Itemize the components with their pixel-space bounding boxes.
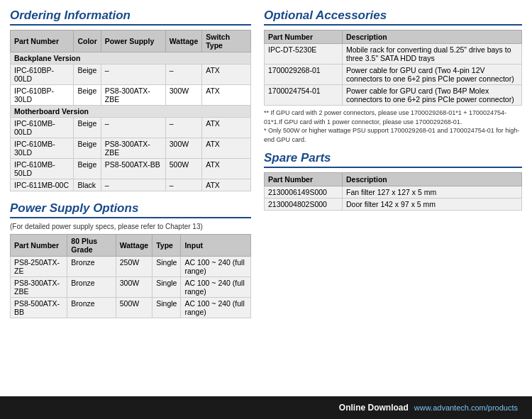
backplane-version-header: Backplane Version [11,52,251,65]
table-row: IPC-610MB-00LD Beige – – ATX [11,118,251,138]
left-column: Ordering Information Part Number Color P… [10,9,251,328]
ordering-col-switch: Switch Type [202,30,251,52]
ps-col-input: Input [181,235,251,257]
ordering-table: Part Number Color Power Supply Wattage S… [10,30,251,191]
table-row: IPC-610BP-30LD Beige PS8-300ATX-ZBE 300W… [11,85,251,106]
table-row: IPC-610BP-00LD Beige – – ATX [11,65,251,85]
ps-col-grade: 80 Plus Grade [67,235,116,257]
opt-col-part: Part Number [265,30,343,44]
ps-col-part: Part Number [11,235,67,257]
table-row: PS8-300ATX-ZBE Bronze 300W Single AC 100… [11,277,251,298]
footer-url: www.advantech.com/products [414,403,518,412]
spare-parts-table: Part Number Description 2130006149S000 F… [264,172,522,211]
ps-col-wattage: Wattage [116,235,152,257]
power-supply-table: Part Number 80 Plus Grade Wattage Type I… [10,234,251,318]
table-row: 2130004802S000 Door filter 142 x 97 x 5 … [265,199,522,211]
table-row: PS8-250ATX-ZE Bronze 250W Single AC 100 … [11,257,251,277]
optional-footnote: ** If GPU card with 2 power connectors, … [264,108,522,144]
ordering-title: Ordering Information [10,9,251,26]
table-row: IPC-DT-5230E Mobile rack for converting … [265,44,522,65]
spare-parts-title: Spare Parts [264,151,522,168]
right-column: Optional Accessories Part Number Descrip… [264,9,522,328]
ordering-col-part: Part Number [11,30,74,52]
opt-col-desc: Description [343,30,522,44]
footer-label: Online Download [339,403,409,413]
sp-col-part: Part Number [265,173,343,186]
power-supply-note: (For detailed power supply specs, please… [10,223,251,230]
motherboard-version-header: Motherboard Version [11,106,251,118]
ordering-col-color: Color [74,30,101,52]
ordering-col-wattage: Wattage [165,30,201,52]
table-row: PS8-500ATX-BB Bronze 500W Single AC 100 … [11,298,251,318]
table-row: 1700024754-01 Power cable for GPU card (… [265,85,522,106]
table-row: 1700029268-01 Power cable for GPU card (… [265,65,522,85]
optional-title: Optional Accessories [264,9,522,26]
optional-table: Part Number Description IPC-DT-5230E Mob… [264,30,522,106]
sp-col-desc: Description [343,173,522,186]
power-supply-title: Power Supply Options [10,201,251,218]
table-row: IPC-610MB-50LD Beige PS8-500ATX-BB 500W … [11,159,251,179]
footer-bar: Online Download www.advantech.com/produc… [0,396,532,419]
ps-col-type: Type [153,235,181,257]
table-row: IPC-610MB-30LD Beige PS8-300ATX-ZBE 300W… [11,138,251,159]
table-row: 2130006149S000 Fan filter 127 x 127 x 5 … [265,186,522,199]
table-row: IPC-611MB-00C Black – – ATX [11,179,251,191]
ordering-col-supply: Power Supply [101,30,165,52]
